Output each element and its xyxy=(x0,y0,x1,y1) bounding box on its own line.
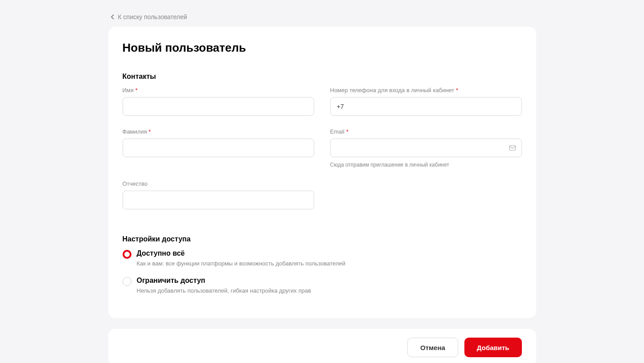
contacts-section-title: Контакты xyxy=(123,73,522,81)
middle-name-input[interactable] xyxy=(123,191,314,209)
mail-icon xyxy=(509,144,517,152)
form-card: Новый пользователь Контакты Имя * Номер … xyxy=(108,27,536,318)
access-section-title: Настройки доступа xyxy=(123,235,522,243)
access-option-label: Доступно всё xyxy=(137,249,522,257)
last-name-input[interactable] xyxy=(123,139,314,157)
required-mark: * xyxy=(135,87,137,94)
email-input[interactable] xyxy=(330,139,522,157)
email-label: Email * xyxy=(330,128,522,135)
required-mark: * xyxy=(346,128,349,135)
access-option-all[interactable]: Доступно всё Как и вам: все функции плат… xyxy=(123,249,522,267)
svg-rect-0 xyxy=(509,146,516,151)
access-option-desc: Нельзя добавлять пользователей, гибкая н… xyxy=(137,287,522,294)
phone-label: Номер телефона для входа в личный кабине… xyxy=(330,87,522,94)
phone-input[interactable] xyxy=(330,97,522,116)
chevron-left-icon xyxy=(111,14,115,20)
middle-name-label: Отчество xyxy=(123,180,314,187)
access-option-desc: Как и вам: все функции платформы и возмо… xyxy=(137,260,522,267)
footer-bar: Отмена Добавить xyxy=(108,329,536,363)
page-title: Новый пользователь xyxy=(123,41,522,55)
radio-icon xyxy=(123,277,131,286)
first-name-input[interactable] xyxy=(123,97,314,116)
last-name-label: Фамилия * xyxy=(123,128,314,135)
submit-button[interactable]: Добавить xyxy=(464,338,522,357)
radio-icon xyxy=(123,250,131,259)
cancel-button[interactable]: Отмена xyxy=(407,338,458,357)
first-name-label: Имя * xyxy=(123,87,314,94)
required-mark: * xyxy=(148,128,151,135)
required-mark: * xyxy=(456,87,458,94)
access-option-restricted[interactable]: Ограничить доступ Нельзя добавлять польз… xyxy=(123,277,522,294)
back-link-label: К списку пользователей xyxy=(118,13,187,20)
access-option-label: Ограничить доступ xyxy=(137,277,522,285)
back-link[interactable]: К списку пользователей xyxy=(111,9,187,27)
email-help-text: Сюда отправим приглашение в личный кабин… xyxy=(330,162,522,168)
